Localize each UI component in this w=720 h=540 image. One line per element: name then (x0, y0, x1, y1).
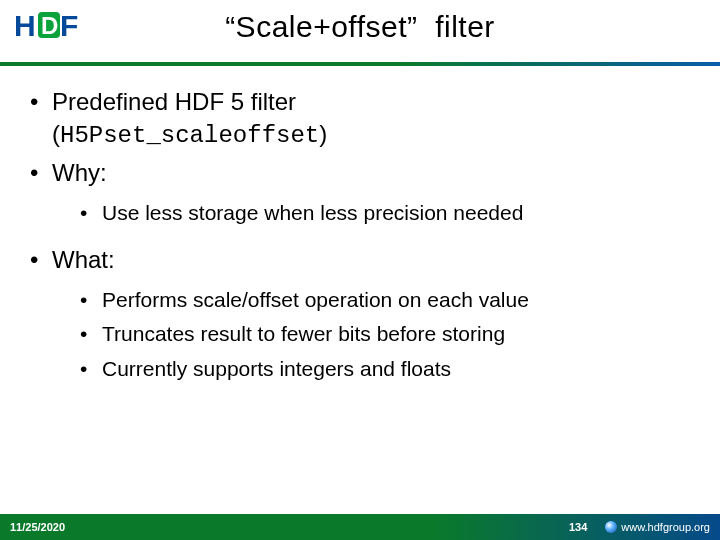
svg-text:D: D (41, 12, 58, 39)
svg-text:F: F (60, 9, 78, 42)
why-sub-1: Use less storage when less precision nee… (78, 199, 694, 227)
bullet-list: Predefined HDF 5 filter (H5Pset_scaleoff… (26, 86, 694, 383)
code-paren-close: ) (319, 120, 327, 147)
code-fn: H5Pset_scaleoffset (60, 122, 319, 149)
code-paren-open: ( (52, 120, 60, 147)
what-sub-2: Truncates result to fewer bits before st… (78, 320, 694, 348)
footer-org: www.hdfgroup.org (605, 521, 710, 533)
what-sublist: Performs scale/offset operation on each … (78, 286, 694, 383)
bullet-why: Why: Use less storage when less precisio… (26, 157, 694, 228)
content-area: Predefined HDF 5 filter (H5Pset_scaleoff… (0, 66, 720, 514)
footer-page-number: 134 (569, 521, 587, 533)
why-sublist: Use less storage when less precision nee… (78, 199, 694, 227)
bullet-what: What: Performs scale/offset operation on… (26, 244, 694, 383)
what-sub-3: Currently supports integers and floats (78, 355, 694, 383)
slide-title: “Scale+offset” filter (0, 0, 720, 44)
hdf-logo-icon: H D F (14, 6, 80, 50)
bullet-predefined-text: Predefined HDF 5 filter (52, 88, 296, 115)
bullet-predefined: Predefined HDF 5 filter (H5Pset_scaleoff… (26, 86, 694, 153)
bullet-why-text: Why: (52, 159, 107, 186)
footer-org-text: www.hdfgroup.org (621, 521, 710, 533)
bullet-what-text: What: (52, 246, 115, 273)
globe-icon (605, 521, 617, 533)
footer: 11/25/2020 134 www.hdfgroup.org (0, 514, 720, 540)
header: H D F “Scale+offset” filter (0, 0, 720, 56)
what-sub-1: Performs scale/offset operation on each … (78, 286, 694, 314)
svg-text:H: H (14, 9, 36, 42)
slide: H D F “Scale+offset” filter Predefined H… (0, 0, 720, 540)
footer-date: 11/25/2020 (10, 521, 65, 533)
